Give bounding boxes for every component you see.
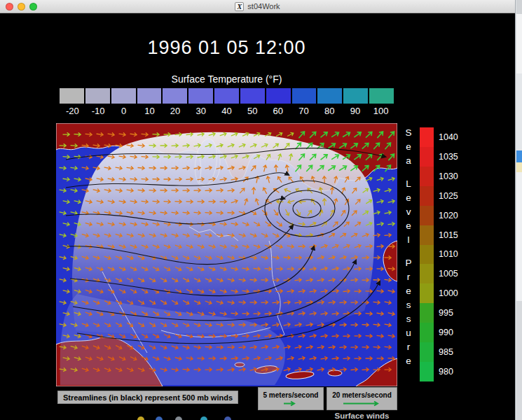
bg-window-block (516, 74, 522, 150)
temperature-color-segment (292, 88, 317, 104)
temperature-tick-label: 20 (163, 106, 188, 116)
pressure-title-letter: P (402, 255, 415, 270)
wind-scale-large-label: 20 meters/second (332, 391, 392, 399)
app-canvas: 1996 01 05 12:00 Surface Temperature (°F… (0, 13, 515, 420)
bg-window-block (516, 172, 522, 301)
x11-icon: X (235, 2, 244, 11)
dock-icon[interactable] (224, 416, 231, 420)
window-controls (6, 3, 37, 10)
weather-map[interactable] (56, 123, 397, 386)
bg-window-block (516, 150, 522, 162)
pressure-legend-title: SeaLevelPressure (402, 125, 415, 368)
dock-icon[interactable] (175, 416, 182, 420)
pressure-value-label: 990 (439, 323, 467, 342)
pressure-color-band (420, 245, 434, 265)
dock-icon[interactable] (156, 416, 163, 420)
streamlines-legend-label: Streamlines (in black) represent 500 mb … (63, 393, 233, 402)
temperature-tick-label: -10 (85, 106, 111, 116)
pressure-value-label: 1040 (439, 127, 467, 147)
pressure-color-band (420, 167, 434, 186)
pressure-value-label: 1000 (439, 284, 467, 303)
screen: X st04Work 1996 01 05 12:00 Surface Temp… (0, 0, 522, 420)
pressure-colorbar (420, 127, 434, 382)
temperature-tick-label: 80 (317, 106, 343, 116)
temperature-color-segment (60, 88, 84, 104)
temperature-tick-label: 10 (137, 106, 163, 116)
pressure-color-band (420, 362, 434, 382)
datetime-title: 1996 01 05 12:00 (56, 37, 397, 59)
streamlines-legend: Streamlines (in black) represent 500 mb … (57, 391, 238, 404)
dock-icon[interactable] (200, 416, 207, 420)
pressure-value-label: 985 (439, 342, 467, 362)
wind-arrow-large-icon (341, 400, 383, 407)
pressure-value-label: 1020 (439, 206, 467, 225)
pressure-value-label: 995 (439, 303, 467, 323)
temperature-color-segment (214, 88, 239, 104)
pressure-color-band (420, 323, 434, 342)
temperature-tick-label: 60 (266, 106, 291, 116)
dock-icon[interactable] (137, 416, 144, 420)
titlebar-center: X st04Work (0, 2, 515, 11)
pressure-title-letter: a (402, 153, 415, 167)
temperature-tick-label: 70 (291, 106, 317, 116)
wind-scale-small-label: 5 meters/second (263, 391, 319, 399)
pressure-value-label: 1015 (439, 225, 467, 245)
pressure-value-label: 980 (439, 362, 467, 382)
temperature-color-segment (343, 88, 368, 104)
pressure-color-band (420, 127, 434, 147)
temperature-color-segment (188, 88, 213, 104)
pressure-color-band (420, 303, 434, 323)
close-button[interactable] (6, 3, 13, 10)
pressure-title-gap (402, 167, 415, 176)
pressure-title-letter: s (402, 312, 415, 326)
pressure-title-letter: s (402, 298, 415, 312)
wind-scale-large: 20 meters/second (327, 387, 397, 410)
bg-window-block (516, 162, 522, 172)
temperature-color-segment (369, 88, 394, 104)
pressure-color-band (420, 186, 434, 206)
window-title: st04Work (247, 2, 280, 10)
temperature-color-segment (163, 88, 187, 104)
zoom-button[interactable] (29, 3, 37, 10)
temperature-color-segment (137, 88, 162, 104)
bg-window-block (516, 301, 522, 420)
temperature-tick-label: 100 (368, 106, 394, 116)
pressure-title-letter: e (402, 354, 415, 368)
pressure-color-band (420, 147, 434, 167)
pressure-title-letter: u (402, 326, 415, 340)
wind-scale-small: 5 meters/second (258, 387, 324, 410)
pressure-title-letter: r (402, 270, 415, 284)
pressure-title-letter: e (402, 284, 415, 298)
pressure-title-letter: l (402, 232, 415, 246)
temperature-color-segment (85, 88, 110, 104)
temperature-color-segment (266, 88, 291, 104)
pressure-value-label: 1005 (439, 264, 467, 284)
background-window-edge[interactable] (515, 0, 522, 420)
temperature-tick-label: 50 (240, 106, 266, 116)
pressure-color-band (420, 206, 434, 225)
temperature-ticks: -20-100102030405060708090100 (60, 106, 394, 116)
pressure-value-label: 1030 (439, 167, 467, 186)
pressure-title-letter: S (402, 125, 415, 139)
pressure-value-label: 1035 (439, 147, 467, 167)
pressure-color-band (420, 342, 434, 362)
temperature-colorbar (60, 88, 394, 104)
temperature-color-segment (317, 88, 342, 104)
pressure-value-label: 1025 (439, 186, 467, 206)
pressure-title-letter: v (402, 204, 415, 218)
pressure-value-label: 1010 (439, 245, 467, 265)
window-titlebar[interactable]: X st04Work (0, 0, 515, 13)
temperature-tick-label: 90 (343, 106, 369, 116)
wind-arrow-small-icon (282, 400, 300, 407)
minimize-button[interactable] (18, 3, 25, 10)
pressure-color-band (420, 264, 434, 284)
temperature-tick-label: 40 (214, 106, 240, 116)
pressure-title-letter: L (402, 176, 415, 190)
bg-window-block (516, 14, 522, 74)
temperature-legend-title: Surface Temperature (°F) (56, 74, 397, 85)
temperature-tick-label: 30 (188, 106, 214, 116)
temperature-tick-label: -20 (60, 106, 85, 116)
pressure-title-letter: e (402, 218, 415, 232)
pressure-color-band (420, 284, 434, 303)
pressure-title-letter: r (402, 340, 415, 354)
